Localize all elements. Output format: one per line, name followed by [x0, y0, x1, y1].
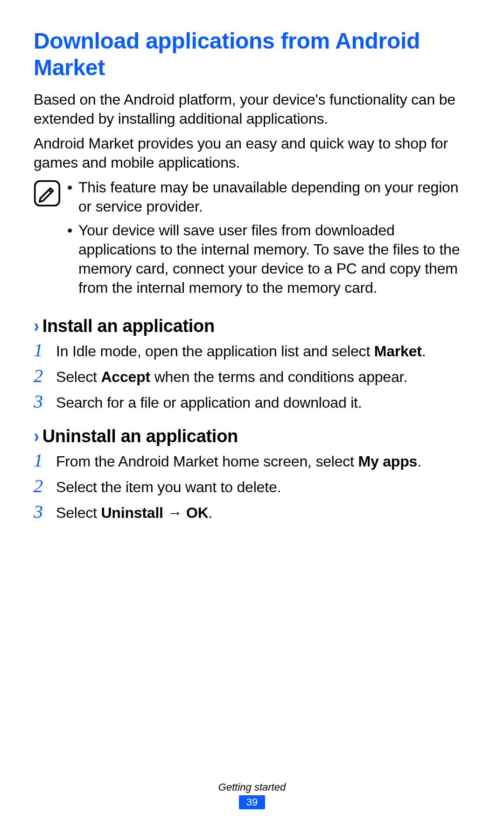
- step-row: 1 From the Android Market home screen, s…: [34, 451, 470, 471]
- step-number: 2: [34, 477, 56, 495]
- step-row: 3 Search for a file or application and d…: [34, 392, 470, 412]
- step-text: Select the item you want to delete.: [56, 478, 470, 497]
- bullet-icon: •: [67, 178, 78, 197]
- page-title: Download applications from Android Marke…: [34, 28, 470, 81]
- note-bullet: • This feature may be unavailable depend…: [67, 178, 470, 216]
- footer-section-label: Getting started: [0, 781, 504, 793]
- step-text: From the Android Market home screen, sel…: [56, 452, 470, 471]
- step-row: 3 Select Uninstall → OK.: [34, 502, 470, 523]
- intro-paragraph-1: Based on the Android platform, your devi…: [34, 90, 470, 128]
- step-number: 1: [34, 341, 56, 360]
- page-footer: Getting started 39: [0, 781, 504, 809]
- svg-line-1: [49, 190, 51, 192]
- step-row: 1 In Idle mode, open the application lis…: [34, 341, 470, 361]
- note-bullet: • Your device will save user files from …: [67, 221, 470, 297]
- note-pencil-icon: [34, 180, 61, 207]
- section-heading-install: › Install an application: [34, 316, 470, 336]
- bullet-icon: •: [67, 221, 78, 240]
- step-row: 2 Select Accept when the terms and condi…: [34, 367, 470, 387]
- svg-rect-0: [35, 181, 60, 206]
- intro-paragraph-2: Android Market provides you an easy and …: [34, 134, 470, 172]
- section-title: Install an application: [42, 316, 215, 336]
- step-number: 1: [34, 451, 56, 470]
- note-list: • This feature may be unavailable depend…: [67, 178, 470, 302]
- note-bullet-text: Your device will save user files from do…: [78, 221, 470, 297]
- note-block: • This feature may be unavailable depend…: [34, 178, 470, 302]
- note-bullet-text: This feature may be unavailable dependin…: [78, 178, 470, 216]
- step-text: Select Uninstall → OK.: [56, 503, 470, 523]
- step-text: In Idle mode, open the application list …: [56, 342, 470, 361]
- step-text: Search for a file or application and dow…: [56, 393, 470, 412]
- chevron-right-icon: ›: [34, 316, 38, 336]
- section-title: Uninstall an application: [42, 426, 238, 446]
- section-heading-uninstall: › Uninstall an application: [34, 426, 470, 446]
- step-number: 2: [34, 367, 56, 385]
- step-number: 3: [34, 392, 56, 411]
- step-row: 2 Select the item you want to delete.: [34, 477, 470, 497]
- page-number-badge: 39: [239, 795, 265, 809]
- step-number: 3: [34, 502, 56, 521]
- chevron-right-icon: ›: [34, 426, 38, 446]
- manual-page: Download applications from Android Marke…: [0, 0, 504, 827]
- step-text: Select Accept when the terms and conditi…: [56, 368, 470, 387]
